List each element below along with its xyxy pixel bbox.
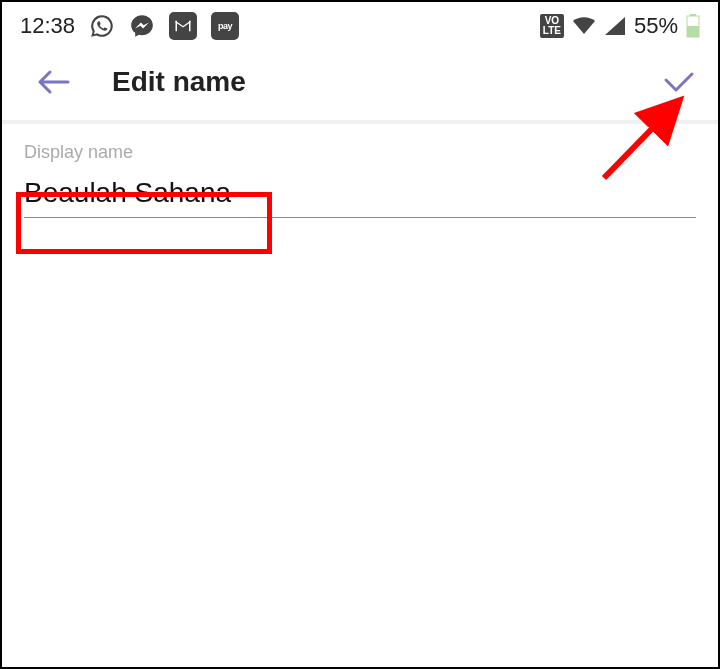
page-title: Edit name — [112, 66, 246, 98]
svg-rect-2 — [687, 26, 699, 37]
check-icon — [662, 70, 696, 94]
battery-percentage: 55% — [634, 13, 678, 39]
arrow-left-icon — [36, 68, 70, 96]
messenger-icon — [129, 13, 155, 39]
status-time: 12:38 — [20, 13, 75, 39]
confirm-button[interactable] — [662, 70, 696, 98]
battery-icon — [686, 14, 700, 38]
wifi-icon — [572, 16, 596, 36]
volte-icon: VOLTE — [540, 14, 564, 38]
status-right: VOLTE 55% — [540, 13, 700, 39]
whatsapp-icon — [89, 13, 115, 39]
content-area: Display name — [2, 124, 718, 236]
status-left: 12:38 pay — [20, 12, 239, 40]
display-name-input[interactable] — [24, 171, 696, 218]
status-bar: 12:38 pay VOLTE 55% — [2, 2, 718, 46]
gmail-icon — [169, 12, 197, 40]
back-button[interactable] — [36, 68, 70, 96]
app-bar: Edit name — [2, 46, 718, 124]
paytm-icon: pay — [211, 12, 239, 40]
cell-signal-icon — [604, 16, 626, 36]
display-name-label: Display name — [24, 142, 696, 163]
